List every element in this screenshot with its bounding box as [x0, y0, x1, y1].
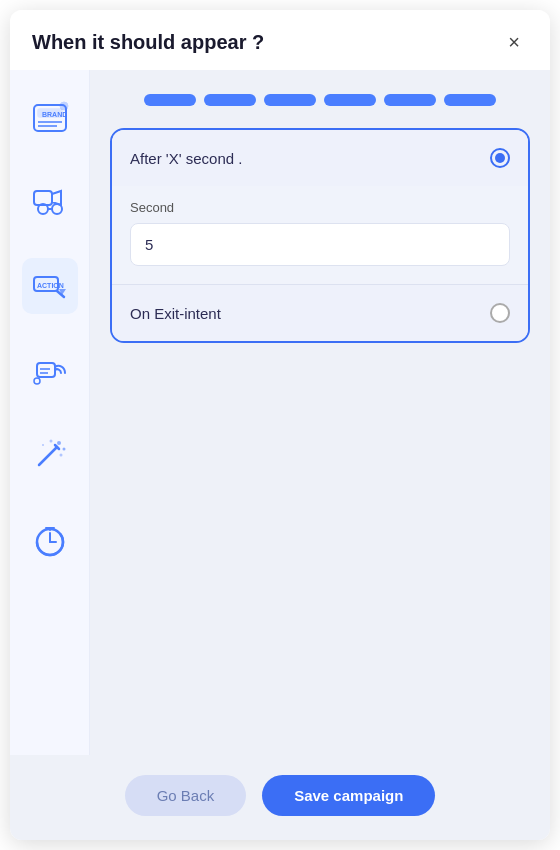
svg-point-20 [59, 454, 62, 457]
notification-icon [29, 349, 71, 391]
step-4 [324, 94, 376, 106]
modal-body: BRAND ACTION [10, 70, 550, 755]
svg-rect-13 [37, 363, 55, 377]
sidebar-item-social[interactable] [22, 174, 78, 230]
modal-header: When it should appear ? × [10, 10, 550, 70]
svg-point-18 [57, 441, 61, 445]
option-exit-intent[interactable]: On Exit-intent [112, 285, 528, 341]
modal-footer: Go Back Save campaign [10, 755, 550, 840]
radio-exit-unselected [490, 303, 510, 323]
expanded-section: Second [112, 186, 528, 284]
main-content: After 'X' second . Second On Exit-intent [90, 70, 550, 755]
sidebar: BRAND ACTION [10, 70, 90, 755]
options-card: After 'X' second . Second On Exit-intent [110, 128, 530, 343]
radio-inner [495, 153, 505, 163]
svg-point-22 [42, 444, 44, 446]
sidebar-item-action[interactable]: ACTION [22, 258, 78, 314]
svg-point-19 [62, 448, 65, 451]
action-icon: ACTION [29, 265, 71, 307]
svg-line-17 [39, 447, 57, 465]
step-6 [444, 94, 496, 106]
step-1 [144, 94, 196, 106]
brand-icon: BRAND [29, 97, 71, 139]
magic-icon [29, 433, 71, 475]
option-after-x-label: After 'X' second . [130, 150, 242, 167]
svg-text:BRAND: BRAND [42, 111, 67, 118]
modal-container: When it should appear ? × BRAND [10, 10, 550, 840]
steps-bar [144, 94, 496, 106]
svg-marker-7 [52, 191, 61, 205]
svg-point-16 [34, 378, 40, 384]
svg-text:ACTION: ACTION [37, 282, 64, 289]
step-2 [204, 94, 256, 106]
sidebar-item-timer[interactable] [22, 510, 78, 566]
second-field-label: Second [130, 200, 510, 215]
go-back-button[interactable]: Go Back [125, 775, 247, 816]
svg-point-8 [52, 204, 62, 214]
social-icon [29, 181, 71, 223]
sidebar-item-brand[interactable]: BRAND [22, 90, 78, 146]
radio-after-x-selected [490, 148, 510, 168]
option-after-x-second[interactable]: After 'X' second . [112, 130, 528, 186]
svg-rect-6 [34, 191, 52, 205]
save-campaign-button[interactable]: Save campaign [262, 775, 435, 816]
svg-point-21 [49, 440, 52, 443]
option-exit-label: On Exit-intent [130, 305, 221, 322]
svg-point-5 [60, 102, 68, 110]
sidebar-item-notification[interactable] [22, 342, 78, 398]
sidebar-item-magic[interactable] [22, 426, 78, 482]
step-5 [384, 94, 436, 106]
second-input[interactable] [130, 223, 510, 266]
step-3 [264, 94, 316, 106]
modal-title: When it should appear ? [32, 31, 264, 54]
close-button[interactable]: × [500, 28, 528, 56]
timer-icon [29, 517, 71, 559]
